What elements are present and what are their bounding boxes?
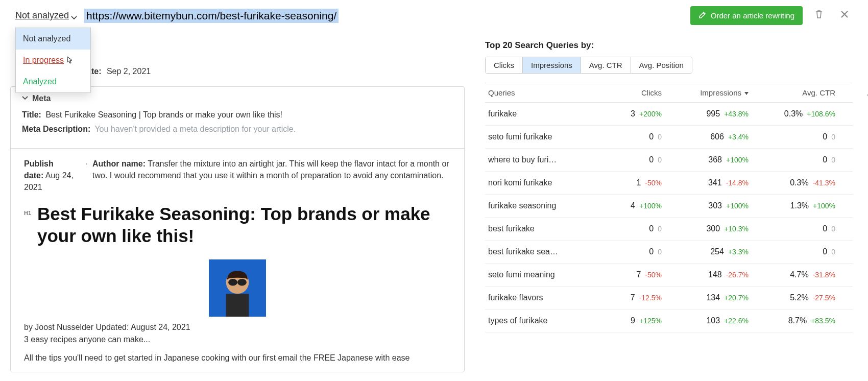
col-ctr[interactable]: Avg. CTR [749, 88, 835, 97]
tab-clicks[interactable]: Clicks [486, 57, 523, 73]
cell-impressions: 368+100% [662, 155, 749, 164]
tab-impressions[interactable]: Impressions [523, 57, 581, 73]
svg-point-3 [237, 279, 247, 285]
queries-table: Queries Clicks Impressions Avg. CTR Avg.… [485, 83, 853, 332]
meta-desc-line: Meta Description: You haven't provided a… [22, 125, 453, 134]
table-row[interactable]: furikake seasoning4+100%303+100%1.3%+100… [485, 195, 853, 218]
cell-position: 3.7+0.4 [835, 270, 868, 279]
author-label: Author name: [92, 159, 146, 168]
query-cell: furikake seasoning [488, 201, 600, 210]
cell-clicks: 00 [600, 132, 662, 141]
query-cell: nori komi furikake [488, 178, 600, 187]
cell-impressions: 995+43.8% [662, 109, 749, 118]
table-row[interactable]: nori komi furikake1-50%341-14.8%0.3%-41.… [485, 172, 853, 195]
meta-title-value: Best Furikake Seasoning | Top brands or … [45, 110, 282, 119]
tab-ctr[interactable]: Avg. CTR [581, 57, 631, 73]
cursor-icon [66, 56, 74, 64]
main: ate: Sep 2, 2021 Meta Title: Best Furika… [0, 31, 868, 381]
table-row[interactable]: furikake flavors7-12.5%134+20.7%5.2%-27.… [485, 287, 853, 309]
tab-position[interactable]: Avg. Position [631, 57, 692, 73]
body-snippet: All the tips you'll need to get started … [24, 353, 451, 363]
cell-impressions: 103+22.6% [662, 316, 749, 325]
chevron-down-icon [71, 13, 77, 19]
query-cell: best furikake [488, 224, 600, 233]
table-row[interactable]: best furikake00300+10.3%003.1+0.1 [485, 218, 853, 241]
pub-author-row: Publish date: Aug 24, 2021 Author name: … [24, 158, 451, 194]
cell-impressions: 148-26.7% [662, 270, 749, 279]
table-row[interactable]: where to buy furi…00368+100%009.9n/a [485, 149, 853, 172]
col-position[interactable]: Avg. Position [835, 88, 868, 97]
table-header: Queries Clicks Impressions Avg. CTR Avg.… [485, 83, 853, 103]
meta-section-header[interactable]: Meta [22, 94, 453, 103]
cell-ctr: 00 [749, 247, 835, 256]
chevron-down-icon [22, 94, 28, 103]
cell-impressions: 606+3.4% [662, 132, 749, 141]
author-text: Transfer the mixture into an airtight ja… [92, 159, 449, 180]
delete-button[interactable] [810, 7, 828, 25]
cell-ctr: 00 [749, 132, 835, 141]
query-cell: types of furikake [488, 316, 600, 325]
table-row[interactable]: best furikake sea…00254+3.3%003+0 [485, 241, 853, 264]
table-row[interactable]: types of furikake9+125%103+22.6%8.7%+83.… [485, 309, 853, 332]
meta-desc-label: Meta Description: [22, 125, 90, 133]
dropdown-item-label: In progress [23, 56, 64, 65]
cell-ctr: 8.7%+83.5% [749, 316, 835, 325]
cell-ctr: 0.3%+108.6% [749, 109, 835, 118]
query-cell: seto fumi furikake [488, 132, 600, 141]
h1-row: H1 Best Furikake Seasoning: Top brands o… [24, 203, 451, 257]
edit-icon [698, 11, 707, 20]
author-col: Author name: Transfer the mixture into a… [85, 158, 451, 194]
cell-ctr: 1.3%+100% [749, 201, 835, 210]
cell-position: 3.8+0.2 [835, 316, 868, 325]
author-avatar [209, 259, 266, 317]
queries-title: Top 20 Search Queries by: [485, 40, 853, 51]
h1-badge: H1 [24, 203, 34, 216]
cell-ctr: 4.7%-31.8% [749, 270, 835, 279]
publish-date: Publish date: Aug 24, 2021 [24, 158, 75, 194]
cell-impressions: 134+20.7% [662, 293, 749, 302]
cell-position: 10.1n/a [835, 201, 868, 210]
dropdown-item-in-progress[interactable]: In progress [16, 50, 90, 71]
metric-tabs: Clicks Impressions Avg. CTR Avg. Positio… [485, 57, 692, 74]
close-button[interactable] [835, 7, 854, 25]
svg-point-2 [228, 279, 237, 285]
status-dropdown-trigger[interactable]: Not analyzed [15, 10, 77, 21]
order-article-button[interactable]: Order an article rewriting [690, 6, 803, 25]
table-row[interactable]: seto fumi furikake00606+3.4%0010.4+0.8 [485, 126, 853, 149]
cell-ctr: 0.3%-41.3% [749, 178, 835, 187]
query-cell: seto fumi meaning [488, 270, 600, 279]
status-label: Not analyzed [15, 10, 69, 21]
cell-position: 3+0 [835, 247, 868, 256]
cell-clicks: 4+100% [600, 201, 662, 210]
cell-clicks: 3+200% [600, 109, 662, 118]
query-cell: furikake flavors [488, 293, 600, 302]
right-column: Top 20 Search Queries by: Clicks Impress… [470, 31, 868, 381]
order-button-label: Order an article rewriting [711, 11, 794, 20]
col-queries[interactable]: Queries [488, 88, 600, 97]
table-row[interactable]: seto fumi meaning7-50%148-26.7%4.7%-31.8… [485, 264, 853, 287]
query-cell: where to buy furi… [488, 155, 600, 164]
close-icon [839, 9, 850, 22]
query-cell: furikake [488, 109, 600, 118]
cell-ctr: 5.2%-27.5% [749, 293, 835, 302]
meta-title-line: Title: Best Furikake Seasoning | Top bra… [22, 110, 453, 120]
cell-clicks: 9+125% [600, 316, 662, 325]
table-row[interactable]: furikake3+200%995+43.8%0.3%+108.6%29.8+1… [485, 103, 853, 126]
cell-clicks: 1-50% [600, 178, 662, 187]
col-clicks[interactable]: Clicks [600, 88, 662, 97]
dropdown-item-analyzed[interactable]: Analyzed [16, 71, 90, 92]
cell-clicks: 00 [600, 155, 662, 164]
meta-desc-value: You haven't provided a meta description … [94, 125, 296, 133]
svg-rect-4 [226, 294, 249, 317]
partial-date-value: Sep 2, 2021 [107, 67, 151, 76]
cell-impressions: 341-14.8% [662, 178, 749, 187]
url-text[interactable]: https://www.bitemybun.com/best-furikake-… [84, 9, 339, 23]
cell-clicks: 00 [600, 224, 662, 233]
col-impressions[interactable]: Impressions [662, 88, 749, 97]
cell-clicks: 00 [600, 247, 662, 256]
cell-position: 9.9n/a [835, 155, 868, 164]
cell-position: 5.8+1 [835, 293, 868, 302]
meta-title-label: Title: [22, 110, 41, 119]
meta-label: Meta [32, 94, 51, 103]
dropdown-item-not-analyzed[interactable]: Not analyzed [16, 28, 90, 50]
